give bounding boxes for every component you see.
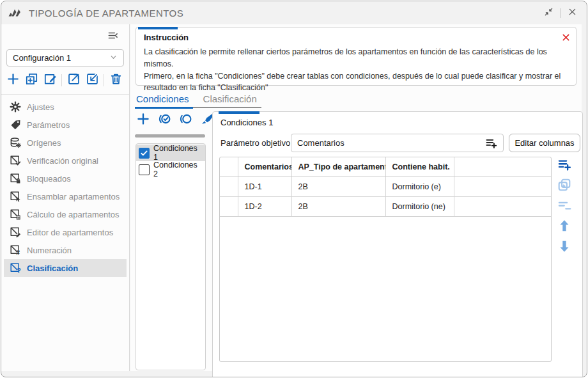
move-up-button[interactable] [556,219,573,235]
export-button[interactable] [65,72,82,88]
duplicate-row-button[interactable] [556,178,573,194]
close-instruction-icon[interactable] [561,33,571,45]
conditions-toolbar [134,112,215,129]
sidebar-menu: AjustesParámetrosOrígenesVerificación or… [1,95,129,277]
import-icon [86,72,99,88]
column-header[interactable]: Contiene habit. [385,157,454,177]
export-icon [67,72,81,88]
duplicate-button[interactable] [22,72,40,88]
list-plus-icon[interactable] [485,137,497,149]
sidebar-item-ensamblar-apartamentos[interactable]: Ensamblar apartamentos [4,187,127,205]
table-cell[interactable]: Dormitorio (ne) [385,196,454,216]
add-row-button[interactable] [556,158,573,173]
table-cell[interactable] [220,196,238,216]
panel-accent [138,27,178,29]
sidebar-item-origenes[interactable]: Orígenes [4,134,127,152]
checkbox[interactable] [139,148,150,159]
edit-icon [43,72,57,88]
move-up-icon [557,219,571,235]
tab-clasificacion[interactable]: Clasificación [203,93,258,108]
apartment-cursor-icon [10,191,21,202]
plus-button[interactable] [4,72,22,88]
sidebar-item-label: Verificación original [27,156,98,166]
configuration-select[interactable]: Configuración 1 [6,49,124,67]
sidebar-item-label: Editor de apartamentos [27,228,113,237]
sidebar-item-label: Bloqueados [27,174,71,184]
table-row[interactable]: 1D-22BDormitorio (ne) [220,196,551,216]
checkbox[interactable] [139,164,150,175]
title-bar: TIPOLOGÍA DE APARTAMENTOS [1,1,587,24]
column-header[interactable] [220,157,238,177]
condition-list-item[interactable]: Condiciones 1 [136,145,205,161]
row-toolbar [556,158,573,255]
edit-button[interactable] [41,72,59,88]
condition-list-item[interactable]: Condiciones 2 [136,161,205,178]
apartment-hash-icon: # [10,244,21,256]
conditions-table: ComentariosAP_Tipo de apartamentoContien… [219,157,552,362]
delete-button[interactable] [107,72,125,88]
move-down-button[interactable] [556,240,573,255]
remove-row-button[interactable] [556,199,573,214]
check-circle-button[interactable] [155,112,173,129]
svg-text:#: # [16,249,20,256]
sidebar-item-parametros[interactable]: Parámetros [4,116,127,134]
delete-icon [109,72,123,88]
restore-window-button[interactable] [540,5,557,20]
add-row-icon [557,157,571,174]
apartment-edit-icon [10,226,21,238]
sidebar-item-numeracion[interactable]: #Numeración [4,241,127,259]
svg-text:?: ? [17,267,20,274]
sidebar-item-editor-de-apartamentos[interactable]: Editor de apartamentos [4,223,127,241]
edit-columns-button[interactable]: Editar columnas [509,134,580,152]
move-down-icon [557,239,571,256]
table-row[interactable]: 1D-12BDormitorio (e) [220,177,551,196]
table-cell[interactable] [454,196,551,216]
table-cell[interactable]: 2B [291,196,385,216]
instruction-body: La clasificación le permite rellenar cie… [144,46,568,94]
sidebar-item-label: Clasificación [27,264,78,273]
splitter-handle[interactable] [135,134,205,138]
instruction-title: Instrucción [144,33,189,42]
column-header[interactable] [454,157,551,177]
sidebar-item-calculo-de-apartamentos[interactable]: Cálculo de apartamentos [4,205,127,223]
tab-condiciones[interactable]: Condiciones [135,93,190,108]
table-cell[interactable]: Dormitorio (e) [385,177,454,196]
plus-button[interactable] [134,112,152,129]
table-cell[interactable]: 1D-1 [238,177,291,196]
restore-icon [544,7,553,19]
remove-row-icon [557,198,571,215]
import-button[interactable] [83,72,101,88]
duplicate-row-icon [557,178,571,194]
plus-icon [136,112,150,129]
table-cell[interactable] [220,177,238,196]
column-header[interactable]: AP_Tipo de apartamento [291,157,385,177]
target-parameter-field[interactable]: Comentarios [291,134,504,152]
sidebar-item-ajustes[interactable]: Ajustes [4,98,127,116]
database-gear-icon [10,137,21,148]
table-cell[interactable]: 1D-2 [238,196,291,216]
sidebar-item-label: Ensamblar apartamentos [27,192,120,201]
tag-icon [10,119,21,130]
instruction-panel: Instrucción La clasificación le permite … [135,27,576,86]
window-title: TIPOLOGÍA DE APARTAMENTOS [29,8,183,19]
target-parameter-label: Parámetro objetivo [220,138,290,148]
table-cell[interactable]: 2B [291,177,385,196]
conditions-list: Condiciones 1Condiciones 2 [135,143,206,370]
sidebar-item-bloqueados[interactable]: Bloqueados [4,169,127,187]
check-circle-icon [157,112,171,129]
panel-title: Condiciones 1 [220,118,273,127]
window-controls [540,5,580,20]
apartment-lock-icon [10,173,21,184]
close-window-button[interactable] [564,5,580,20]
sidebar-item-verificacion-original[interactable]: Verificación original [4,152,127,169]
column-header[interactable]: Comentarios [238,157,291,177]
sidebar-item-clasificacion[interactable]: ?Clasificación [4,259,127,277]
instruction-line: Primero, en la ficha "Condiciones" debe … [144,70,568,95]
collapse-sidebar-icon[interactable] [107,30,119,43]
configuration-select-value: Configuración 1 [13,53,71,63]
condition-list-label: Condiciones 1 [153,144,203,162]
table-cell[interactable] [454,177,551,196]
uncheck-circle-button[interactable] [176,112,194,129]
duplicate-icon [25,72,38,88]
app-logo-icon [8,6,24,19]
